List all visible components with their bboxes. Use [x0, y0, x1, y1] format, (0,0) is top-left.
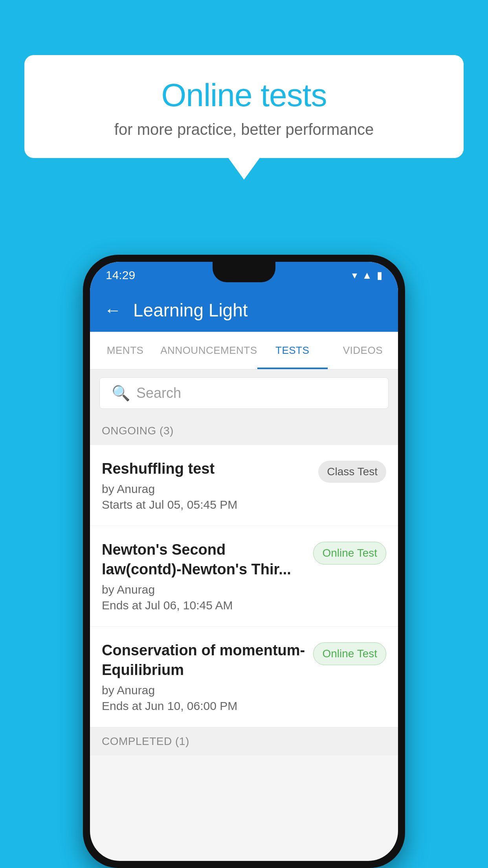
tab-announcements[interactable]: ANNOUNCEMENTS [160, 332, 257, 369]
test-time-2: Ends at Jul 06, 10:45 AM [102, 599, 305, 612]
search-placeholder: Search [136, 385, 181, 401]
test-info-3: Conservation of momentum-Equilibrium by … [102, 641, 313, 713]
search-bar[interactable]: 🔍 Search [99, 377, 389, 409]
tab-tests[interactable]: TESTS [257, 332, 328, 369]
test-name-3: Conservation of momentum-Equilibrium [102, 641, 305, 680]
back-button[interactable]: ← [104, 300, 121, 320]
phone-notch [213, 262, 275, 282]
speech-bubble-container: Online tests for more practice, better p… [24, 55, 464, 158]
app-bar: ← Learning Light [90, 289, 398, 332]
completed-label: COMPLETED (1) [102, 735, 189, 747]
battery-icon: ▮ [377, 269, 382, 281]
search-container: 🔍 Search [90, 370, 398, 417]
test-author-1: by Anurag [102, 482, 310, 496]
test-time-3: Ends at Jun 10, 06:00 PM [102, 699, 305, 713]
test-name-1: Reshuffling test [102, 459, 310, 478]
test-name-2: Newton's Second law(contd)-Newton's Thir… [102, 540, 305, 579]
ongoing-label: ONGOING (3) [102, 425, 174, 437]
search-icon: 🔍 [112, 384, 130, 402]
bubble-subtitle: for more practice, better performance [48, 121, 440, 138]
phone-frame: 14:29 ▾ ▲ ▮ ← Learning Light MENTS ANNOU… [83, 255, 405, 868]
tab-ments[interactable]: MENTS [90, 332, 160, 369]
completed-section-header: COMPLETED (1) [90, 727, 398, 756]
test-item-conservation[interactable]: Conservation of momentum-Equilibrium by … [90, 627, 398, 727]
test-author-2: by Anurag [102, 583, 305, 596]
tabs-bar: MENTS ANNOUNCEMENTS TESTS VIDEOS [90, 332, 398, 370]
test-badge-2: Online Test [313, 542, 386, 565]
test-badge-3: Online Test [313, 642, 386, 665]
tab-videos[interactable]: VIDEOS [328, 332, 398, 369]
test-badge-1: Class Test [318, 461, 386, 483]
status-time: 14:29 [106, 268, 135, 282]
test-item-newton[interactable]: Newton's Second law(contd)-Newton's Thir… [90, 526, 398, 627]
speech-bubble: Online tests for more practice, better p… [24, 55, 464, 158]
bubble-title: Online tests [48, 77, 440, 114]
test-info-1: Reshuffling test by Anurag Starts at Jul… [102, 459, 318, 511]
test-time-1: Starts at Jul 05, 05:45 PM [102, 498, 310, 511]
wifi-icon: ▾ [352, 269, 357, 281]
tests-list: Reshuffling test by Anurag Starts at Jul… [90, 445, 398, 727]
app-title: Learning Light [133, 300, 248, 321]
test-info-2: Newton's Second law(contd)-Newton's Thir… [102, 540, 313, 612]
ongoing-section-header: ONGOING (3) [90, 417, 398, 445]
test-author-3: by Anurag [102, 684, 305, 697]
phone-screen: 14:29 ▾ ▲ ▮ ← Learning Light MENTS ANNOU… [90, 262, 398, 861]
signal-icon: ▲ [362, 269, 372, 281]
status-icons: ▾ ▲ ▮ [352, 269, 382, 281]
test-item-reshuffling[interactable]: Reshuffling test by Anurag Starts at Jul… [90, 445, 398, 526]
